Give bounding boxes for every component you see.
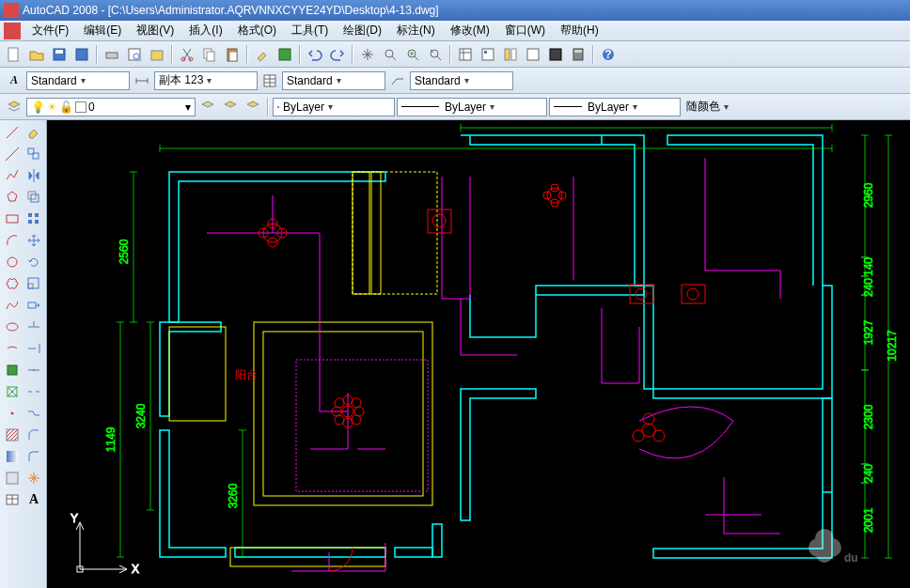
layer-match-icon[interactable]: [243, 97, 263, 117]
linetype-combo[interactable]: ByLayer: [549, 98, 681, 116]
svg-point-71: [354, 407, 364, 416]
save-icon[interactable]: [49, 44, 70, 65]
zoom-previous-icon[interactable]: [425, 44, 446, 65]
app-menu-icon[interactable]: [4, 23, 21, 39]
save-as-icon[interactable]: [71, 44, 92, 65]
menu-modify[interactable]: 修改(M): [443, 21, 497, 40]
revcloud-icon[interactable]: [2, 273, 23, 294]
extend-icon[interactable]: [24, 338, 44, 359]
make-block-icon[interactable]: [2, 381, 23, 402]
menu-draw[interactable]: 绘图(D): [336, 21, 389, 40]
publish-icon[interactable]: [147, 44, 167, 65]
region-icon[interactable]: [2, 468, 23, 488]
polygon-icon[interactable]: [2, 187, 23, 208]
lineweight-combo[interactable]: ByLayer: [397, 98, 547, 116]
mleader-style-combo[interactable]: Standard: [410, 71, 513, 90]
circle-icon[interactable]: [2, 252, 23, 272]
markup-icon[interactable]: [545, 44, 566, 65]
join-icon[interactable]: [24, 403, 44, 424]
scale-icon[interactable]: [24, 273, 44, 294]
paste-icon[interactable]: [222, 44, 243, 65]
svg-rect-24: [550, 49, 561, 60]
undo-icon[interactable]: [305, 44, 325, 65]
construction-line-icon[interactable]: [2, 144, 23, 164]
standard-toolbar: ?: [0, 41, 910, 68]
plot-preview-icon[interactable]: [124, 44, 145, 65]
menu-file[interactable]: 文件(F): [24, 21, 76, 40]
arc-icon[interactable]: [2, 230, 23, 251]
help-icon[interactable]: ?: [598, 44, 619, 65]
new-icon[interactable]: [4, 44, 24, 65]
menu-dimension[interactable]: 标注(N): [389, 21, 443, 40]
design-center-icon[interactable]: [478, 44, 498, 65]
mleader-style-icon[interactable]: [387, 70, 408, 91]
ellipse-arc-icon[interactable]: [2, 338, 23, 359]
copy-object-icon[interactable]: [24, 144, 44, 164]
trim-icon[interactable]: [24, 317, 44, 337]
sheet-set-icon[interactable]: [523, 44, 543, 65]
cut-icon[interactable]: [177, 44, 197, 65]
svg-point-81: [643, 413, 654, 425]
table-style-icon[interactable]: [259, 70, 280, 91]
array-icon[interactable]: [24, 209, 44, 229]
svg-rect-22: [511, 49, 516, 60]
ellipse-icon[interactable]: [2, 317, 23, 337]
stretch-icon[interactable]: [24, 295, 44, 316]
menu-window[interactable]: 窗口(W): [497, 21, 553, 40]
layers-properties-toolbar: 💡 ☀ 🔓 0 ▾ ByLayer ByLayer ByLayer 随颜色: [0, 94, 910, 120]
mirror-icon[interactable]: [24, 165, 44, 186]
mtext-icon[interactable]: A: [24, 489, 44, 510]
break-icon[interactable]: [24, 381, 44, 402]
layer-combo[interactable]: 💡 ☀ 🔓 0 ▾: [26, 98, 196, 116]
color-combo[interactable]: ByLayer: [273, 98, 395, 116]
menu-edit[interactable]: 编辑(E): [76, 21, 129, 40]
dim-style-combo[interactable]: 副本 123: [154, 71, 258, 90]
pan-icon[interactable]: [357, 44, 378, 65]
menu-view[interactable]: 视图(V): [129, 21, 181, 40]
open-icon[interactable]: [26, 44, 47, 65]
chamfer-icon[interactable]: [24, 425, 44, 445]
match-properties-icon[interactable]: [252, 44, 273, 65]
gradient-icon[interactable]: [2, 446, 23, 467]
svg-rect-23: [527, 49, 539, 60]
break-at-point-icon[interactable]: [24, 360, 44, 380]
point-icon[interactable]: [2, 403, 23, 424]
rectangle-icon[interactable]: [2, 209, 23, 229]
move-icon[interactable]: [24, 230, 44, 251]
plot-style-combo[interactable]: 随颜色: [682, 98, 748, 116]
layer-manager-icon[interactable]: [4, 97, 24, 117]
tool-palettes-icon[interactable]: [500, 44, 521, 65]
menu-tools[interactable]: 工具(T): [284, 21, 336, 40]
calculator-icon[interactable]: [568, 44, 588, 65]
layer-states-icon[interactable]: [197, 97, 218, 117]
dim-style-icon[interactable]: [132, 70, 152, 91]
layer-previous-icon[interactable]: [220, 97, 241, 117]
copy-icon[interactable]: [199, 44, 220, 65]
redo-icon[interactable]: [327, 44, 348, 65]
zoom-window-icon[interactable]: [402, 44, 423, 65]
spline-icon[interactable]: [2, 295, 23, 316]
menu-help[interactable]: 帮助(H): [553, 21, 606, 40]
menu-format[interactable]: 格式(O): [230, 21, 284, 40]
explode-icon[interactable]: [24, 468, 44, 488]
table-icon[interactable]: [2, 489, 23, 510]
drawing-viewport[interactable]: 2560 1149 3240 3260 2960 140 240 1927 10…: [47, 120, 910, 588]
offset-icon[interactable]: [24, 187, 44, 208]
erase-icon[interactable]: [24, 122, 44, 143]
table-style-combo[interactable]: Standard: [282, 71, 385, 90]
zoom-realtime-icon[interactable]: [380, 44, 400, 65]
sun-icon: ☀: [47, 101, 57, 114]
hatch-icon[interactable]: [2, 425, 23, 445]
line-icon[interactable]: [2, 122, 23, 143]
menu-insert[interactable]: 插入(I): [181, 21, 229, 40]
svg-rect-82: [428, 209, 451, 233]
text-style-combo[interactable]: Standard: [26, 71, 130, 90]
properties-icon[interactable]: [455, 44, 476, 65]
text-style-icon[interactable]: A: [4, 70, 24, 91]
insert-block-icon[interactable]: [2, 360, 23, 380]
polyline-icon[interactable]: [2, 165, 23, 186]
plot-icon[interactable]: [102, 44, 122, 65]
block-editor-icon[interactable]: [275, 44, 295, 65]
fillet-icon[interactable]: [24, 446, 44, 467]
rotate-icon[interactable]: [24, 252, 44, 272]
